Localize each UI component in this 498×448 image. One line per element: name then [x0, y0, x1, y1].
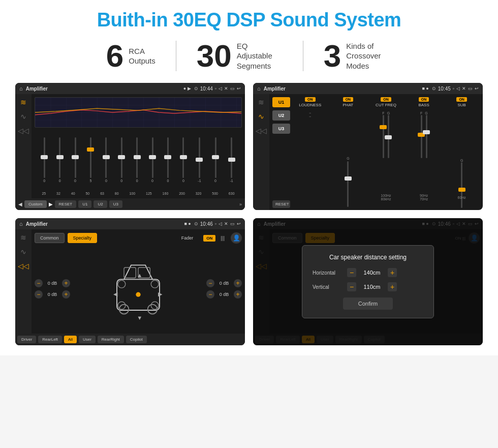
crossover-screen: ⌂ Amplifier ■ ● ⊙ 10:45 ▫ ◁ ✕ ▭ ↩ ≋ ∿ ◁◁	[253, 83, 483, 210]
u3-preset[interactable]: U3	[272, 124, 290, 134]
rearright-btn[interactable]: RearRight	[98, 336, 124, 343]
crossover-time: 10:45	[438, 86, 451, 92]
common-mode-btn[interactable]: Common	[35, 233, 65, 243]
eq-dot1: ● ▶	[183, 86, 191, 91]
reset-btn-eq[interactable]: RESET	[55, 200, 77, 208]
vol-plus-tr[interactable]: +	[234, 279, 242, 287]
slider-col-6: 0	[120, 132, 122, 188]
vol-minus-tr[interactable]: −	[206, 279, 214, 287]
vol-minus-tl[interactable]: −	[35, 279, 43, 287]
waveform-icon-3[interactable]: ∿	[20, 248, 26, 256]
eq-time: 10:44	[200, 86, 213, 92]
horizontal-value: 140cm	[359, 270, 385, 276]
fader-status-icons: ⊙ 10:46 ▫ ◁ ✕ ▭ ↩	[194, 221, 241, 227]
vol-minus-bl[interactable]: −	[35, 290, 43, 298]
slider-val-5: 0	[105, 179, 107, 183]
car-svg: ▲ ▼ ◀ ▶	[105, 253, 171, 324]
u2-btn-eq[interactable]: U2	[94, 200, 107, 208]
horizontal-plus[interactable]: +	[388, 268, 397, 277]
loudness-col: ON LOUDNESS ~ ~	[292, 97, 328, 208]
rearleft-btn[interactable]: RearLeft	[38, 336, 62, 343]
vertical-label: Vertical	[313, 284, 343, 290]
eq-main: 0 0 0 5	[32, 94, 245, 198]
stat-crossover-number: 3	[324, 40, 341, 72]
waveform-icon-2[interactable]: ∿	[258, 112, 264, 121]
speaker-icon-2[interactable]: ◁◁	[256, 127, 267, 135]
play-btn[interactable]: ▶	[49, 201, 53, 207]
vol-plus-br[interactable]: +	[234, 290, 242, 298]
slider-val-9: 0	[167, 179, 169, 183]
copilot-btn[interactable]: Copilot	[126, 336, 147, 343]
stat-eq-label: EQ AdjustableSegments	[237, 41, 283, 71]
fader-label: Fader	[181, 235, 194, 241]
prev-btn[interactable]: ◀	[18, 201, 22, 207]
vol-plus-tl[interactable]: +	[62, 279, 70, 287]
slider-col-9: 0	[167, 132, 169, 188]
svg-rect-0	[35, 98, 241, 127]
vol-minus-br[interactable]: −	[206, 290, 214, 298]
vertical-minus[interactable]: −	[347, 282, 356, 291]
loudness-on: ON	[305, 97, 316, 102]
driver-btn[interactable]: Driver	[17, 336, 36, 343]
slider-val-4: 5	[89, 179, 91, 183]
user-btn[interactable]: User	[79, 336, 96, 343]
crossover-content: ≋ ∿ ◁◁ U1 U2 U3 RESET ON	[253, 94, 483, 210]
svg-point-6	[136, 292, 140, 296]
crossover-channels: ON LOUDNESS ~ ~ ON	[292, 97, 480, 208]
speaker-icon-eq[interactable]: ◁◁	[18, 127, 29, 135]
reset-btn-crossover[interactable]: RESET	[272, 200, 290, 208]
phat-col: ON PHAT G	[330, 97, 366, 208]
slider-val-10: 0	[182, 179, 184, 183]
volume-icon-3: ◁	[219, 221, 222, 226]
eq-sidebar: ≋ ∿ ◁◁	[15, 94, 32, 198]
stat-rca-number: 6	[106, 40, 123, 72]
sliders-container: 0 0 0 5	[35, 130, 242, 190]
crossover-indicators: ■ ●	[422, 86, 428, 91]
eq-content: ≋ ∿ ◁◁	[15, 94, 245, 198]
all-btn[interactable]: All	[64, 336, 77, 343]
slider-col-10: 0	[182, 132, 184, 188]
phat-slider: G	[330, 108, 366, 208]
close-icon-eq: ✕	[224, 86, 228, 91]
svg-text:▼: ▼	[137, 314, 142, 320]
stat-eq-number: 30	[197, 40, 232, 72]
crossover-sidebar: ≋ ∿ ◁◁	[253, 94, 269, 210]
sub-slider: G 60Hz	[444, 108, 480, 208]
specialty-mode-btn[interactable]: Specialty	[68, 233, 98, 243]
vol-val-br: 0 dB	[216, 292, 232, 297]
page-title: Buith-in 30EQ DSP Sound System	[15, 9, 483, 31]
home-icon[interactable]: ⌂	[19, 85, 23, 92]
user-icon[interactable]: 👤	[231, 232, 242, 244]
close-icon-3: ✕	[224, 221, 228, 226]
waveform-icon[interactable]: ∿	[20, 112, 26, 121]
u3-btn-eq[interactable]: U3	[109, 200, 122, 208]
back-icon-2: ↩	[475, 86, 479, 91]
window-icon-2: ▭	[468, 86, 473, 91]
fader-sidebar: ≋ ∿ ◁◁	[15, 229, 32, 334]
cutfreq-col: ON CUT FREQ F G	[368, 97, 404, 208]
eq-icon-3[interactable]: ≋	[20, 233, 26, 242]
camera-icon-2: ▫	[453, 86, 454, 91]
speaker-icon-3[interactable]: ◁◁	[18, 262, 29, 270]
close-icon-2: ✕	[462, 86, 466, 91]
fader-content: ≋ ∿ ◁◁ Common Specialty Fader ON ||| 👤	[15, 229, 245, 334]
svg-point-11	[118, 280, 126, 288]
eq-icon-active[interactable]: ≋	[20, 98, 26, 106]
cutfreq-name: CUT FREQ	[376, 103, 396, 107]
u1-preset[interactable]: U1	[272, 97, 290, 107]
home-icon-2[interactable]: ⌂	[257, 85, 261, 92]
fader-main: Common Specialty Fader ON ||| 👤 −	[32, 229, 245, 334]
u2-preset[interactable]: U2	[272, 110, 290, 121]
vertical-plus[interactable]: +	[388, 282, 397, 291]
u1-btn-eq[interactable]: U1	[78, 200, 91, 208]
custom-btn[interactable]: Custom	[24, 200, 47, 208]
location-icon-3: ⊙	[194, 221, 198, 226]
home-icon-3[interactable]: ⌂	[19, 221, 23, 227]
vol-plus-bl[interactable]: +	[62, 290, 70, 298]
fader-vol-right: − 0 dB + − 0 dB +	[206, 279, 242, 298]
eq-icon-2[interactable]: ≋	[258, 98, 264, 106]
horizontal-minus[interactable]: −	[347, 268, 356, 277]
eq-graph	[35, 97, 242, 128]
volume-icon-2: ◁	[456, 86, 460, 91]
confirm-button[interactable]: Confirm	[343, 297, 393, 310]
